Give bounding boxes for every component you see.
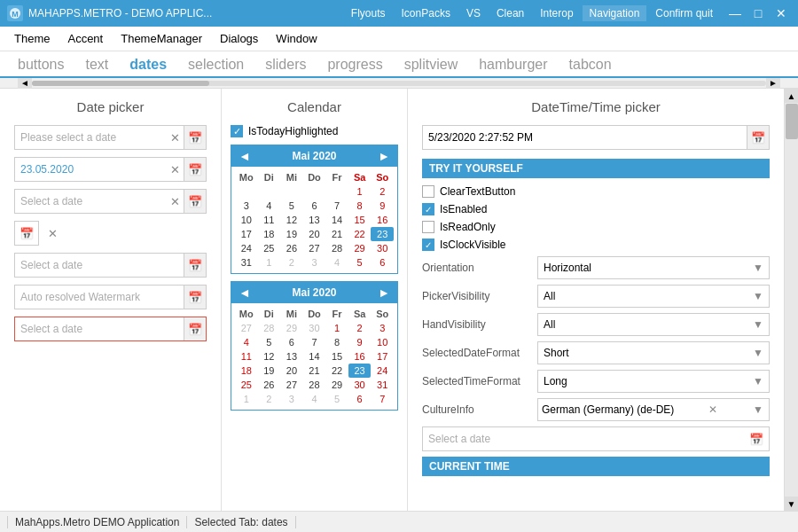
cal-day[interactable]: 30: [303, 321, 326, 335]
cal-day[interactable]: 30: [371, 241, 394, 255]
menu-window[interactable]: Window: [269, 28, 324, 49]
tab-progress[interactable]: progress: [317, 53, 393, 78]
tab-sliders[interactable]: sliders: [254, 53, 317, 78]
date-field-3[interactable]: [15, 193, 167, 209]
date-input-4[interactable]: 📅: [14, 253, 207, 278]
cal-day[interactable]: 4: [303, 392, 326, 406]
cal-next-2[interactable]: ►: [378, 286, 390, 300]
cal-day[interactable]: 10: [371, 335, 394, 349]
cal-day[interactable]: 5: [258, 335, 281, 349]
date-field-1[interactable]: [15, 129, 167, 145]
cal-day[interactable]: 4: [235, 335, 258, 349]
minimize-button[interactable]: —: [725, 4, 745, 23]
cal-day[interactable]: 26: [280, 241, 303, 255]
cal-day[interactable]: 25: [235, 378, 258, 392]
date-cal-2[interactable]: 📅: [184, 158, 206, 181]
is-today-checkbox[interactable]: ✓: [231, 125, 243, 137]
menu-accent[interactable]: Accent: [60, 28, 110, 49]
date-cal-3[interactable]: 📅: [184, 190, 206, 213]
nav-clean[interactable]: Clean: [489, 5, 531, 21]
dt-cal-btn[interactable]: 📅: [747, 126, 769, 149]
cal-day[interactable]: 26: [258, 378, 281, 392]
tab-dates[interactable]: dates: [119, 53, 177, 78]
nav-vs[interactable]: VS: [459, 5, 488, 21]
cal-day[interactable]: [280, 184, 303, 199]
cal-day[interactable]: 24: [371, 364, 394, 378]
prop-pv-select[interactable]: All ▼: [537, 285, 770, 308]
date-icon-box[interactable]: 📅: [14, 221, 39, 246]
cal-day[interactable]: 1: [348, 184, 372, 199]
tabs-scroll-thumb[interactable]: [32, 81, 209, 86]
date-icons-clear[interactable]: ✕: [44, 227, 61, 240]
cal-day[interactable]: 1: [325, 321, 348, 335]
cal-day[interactable]: 27: [303, 241, 326, 255]
cal-day[interactable]: 4: [325, 255, 348, 270]
cal-day[interactable]: 7: [303, 335, 326, 349]
tabs-scroll-right[interactable]: ►: [766, 78, 780, 89]
cal-day[interactable]: 6: [280, 335, 303, 349]
cal-day[interactable]: 6: [371, 255, 394, 270]
cal-day[interactable]: 19: [258, 364, 281, 378]
cal-day[interactable]: 17: [235, 227, 258, 241]
cal-day[interactable]: 13: [280, 349, 303, 364]
dt-select-cal-icon[interactable]: 📅: [749, 433, 763, 446]
cal-day[interactable]: 16: [371, 213, 394, 227]
cal-day[interactable]: 31: [371, 378, 394, 392]
cal-day[interactable]: 6: [348, 392, 372, 406]
menu-dialogs[interactable]: Dialogs: [213, 28, 265, 49]
prop-stf-select[interactable]: Long ▼: [537, 370, 770, 393]
date-clear-1[interactable]: ✕: [167, 131, 184, 145]
cal-day[interactable]: 28: [303, 378, 326, 392]
dt-main-input[interactable]: 📅: [422, 125, 770, 150]
scroll-down-btn[interactable]: ▼: [785, 497, 799, 511]
cal-day[interactable]: 21: [325, 227, 348, 241]
close-button[interactable]: ✕: [771, 4, 791, 23]
date-field-4[interactable]: [15, 257, 184, 273]
cal-day[interactable]: 11: [235, 349, 258, 364]
culture-input[interactable]: German (Germany) (de-DE) ✕ ▼: [537, 398, 770, 421]
cal-day[interactable]: 16: [348, 349, 372, 364]
cal-day[interactable]: 5: [280, 199, 303, 213]
cal-day[interactable]: 20: [280, 364, 303, 378]
date-field-5[interactable]: [15, 289, 184, 305]
cal-day[interactable]: 10: [235, 213, 258, 227]
date-clear-3[interactable]: ✕: [167, 195, 184, 208]
cal-day[interactable]: 25: [258, 241, 281, 255]
cal-day[interactable]: 3: [303, 255, 326, 270]
cal-day[interactable]: 9: [371, 199, 394, 213]
date-cal-1[interactable]: 📅: [184, 126, 206, 149]
menu-theme[interactable]: Theme: [7, 28, 57, 49]
cal-day-today-2[interactable]: 23: [348, 364, 372, 378]
tab-buttons[interactable]: buttons: [7, 53, 74, 78]
cal-day[interactable]: 2: [280, 255, 303, 270]
scroll-thumb[interactable]: [786, 104, 798, 139]
cal-prev-1[interactable]: ◄: [239, 149, 251, 163]
date-input-1[interactable]: ✕ 📅: [14, 125, 207, 150]
cal-day[interactable]: 20: [303, 227, 326, 241]
cal-day[interactable]: 5: [325, 392, 348, 406]
cal-day[interactable]: 29: [325, 378, 348, 392]
date-input-2[interactable]: ✕ 📅: [14, 157, 207, 182]
cal-day[interactable]: 12: [280, 213, 303, 227]
cal-day[interactable]: 2: [258, 392, 281, 406]
checkbox-isclock[interactable]: ✓: [422, 239, 434, 251]
cal-next-1[interactable]: ►: [378, 149, 390, 163]
cal-prev-2[interactable]: ◄: [239, 286, 251, 300]
culture-clear-icon[interactable]: ✕: [707, 403, 719, 416]
cal-day[interactable]: 27: [280, 378, 303, 392]
date-field-2[interactable]: [15, 161, 167, 177]
date-input-5[interactable]: 📅: [14, 285, 207, 309]
cal-day[interactable]: 21: [303, 364, 326, 378]
cal-day[interactable]: 15: [325, 349, 348, 364]
nav-confirm-quit[interactable]: Confirm quit: [648, 5, 720, 21]
date-cal-6[interactable]: 📅: [184, 317, 206, 340]
menu-thememanager[interactable]: ThemeManager: [113, 28, 209, 49]
cal-day[interactable]: 31: [235, 255, 258, 270]
cal-day[interactable]: 8: [325, 335, 348, 349]
maximize-button[interactable]: □: [748, 4, 768, 23]
cal-day[interactable]: 1: [235, 392, 258, 406]
date-field-6[interactable]: [15, 321, 184, 337]
cal-day[interactable]: 11: [258, 213, 281, 227]
cal-day[interactable]: 29: [280, 321, 303, 335]
cal-day[interactable]: 2: [371, 184, 394, 199]
